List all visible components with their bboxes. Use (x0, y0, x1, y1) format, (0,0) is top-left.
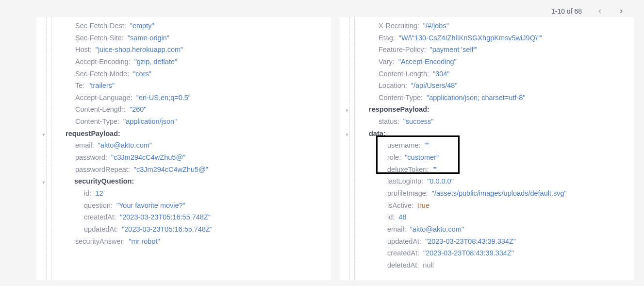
kv-key: Sec-Fetch-Site: (75, 32, 124, 44)
kv-key: email: (75, 139, 94, 151)
kv-val: "2023-03-23T05:16:55.748Z" (120, 211, 211, 223)
kv-val: "akto@akto.com" (410, 223, 464, 236)
kv-key: lastLoginIp: (387, 175, 423, 187)
kv-val: "304" (433, 68, 450, 80)
kv-val: "success" (403, 116, 434, 128)
response-panel: X-Recruiting:"/#/jobs" Etag:"W/\"130-CsZ… (340, 17, 634, 280)
kv-key: deluxeToken: (387, 164, 429, 176)
kv-val: "2023-03-23T08:43:39.334Z" (425, 236, 516, 248)
kv-key: Host: (75, 44, 92, 56)
kv-key: email: (387, 223, 406, 236)
kv-key: Location: (379, 80, 407, 92)
kv-key: updatedAt: (84, 223, 118, 236)
chevron-left-icon[interactable]: ‹ (596, 4, 603, 18)
request-panel: Sec-Fetch-Dest:"empty" Sec-Fetch-Site:"s… (36, 17, 331, 280)
kv-key: Sec-Fetch-Mode: (75, 68, 129, 80)
kv-val: "2023-03-23T05:16:55.748Z" (122, 223, 213, 236)
kv-val: "gzip, deflate" (134, 56, 178, 68)
kv-key: isActive: (387, 200, 413, 212)
kv-key: Sec-Fetch-Dest: (75, 20, 126, 32)
kv-val: 12 (95, 187, 103, 200)
kv-key: status: (379, 116, 399, 128)
kv-key: role: (387, 151, 401, 164)
kv-val: "application/json" (123, 116, 177, 128)
kv-val: "empty" (130, 20, 154, 32)
kv-val: null (423, 259, 434, 271)
kv-val: "c3Jm294cC4wZhu5@" (134, 164, 208, 176)
data-section[interactable]: ▾ data: (359, 128, 625, 140)
section-label: responsePayload: (369, 103, 429, 116)
kv-key: Content-Type: (379, 92, 423, 104)
kv-val: "payment 'self'" (430, 44, 478, 56)
kv-key: updatedAt: (387, 236, 421, 248)
chevron-down-icon: ▾ (346, 130, 348, 139)
kv-val: "W/\"130-CsZ4IZhlIKnSGXhgpKmsv5wiJ9Q\"" (399, 32, 542, 44)
chevron-down-icon: ▾ (42, 130, 45, 139)
kv-val: "en-US,en;q=0.5" (136, 92, 191, 104)
kv-val: "cors" (133, 68, 151, 80)
response-tree: X-Recruiting:"/#/jobs" Etag:"W/\"130-CsZ… (359, 20, 625, 271)
kv-key: deletedAt: (387, 259, 419, 271)
kv-val: "260" (130, 103, 147, 116)
kv-val: "juice-shop.herokuapp.com" (96, 44, 183, 56)
kv-val: "akto@akto.com" (98, 139, 152, 151)
section-label: securityQuestion: (74, 175, 134, 187)
kv-key: Accept-Encoding: (75, 56, 131, 68)
kv-val: "/api/Users/48" (411, 80, 458, 92)
kv-val: "" (432, 164, 437, 176)
kv-key: Content-Length: (75, 103, 126, 116)
kv-key: id: (84, 187, 91, 200)
section-label: data: (369, 128, 386, 140)
kv-val: "application/json; charset=utf-8" (427, 92, 525, 104)
kv-val: "Accept-Encoding" (398, 56, 457, 68)
kv-val: "same-origin" (128, 32, 169, 44)
response-payload-section[interactable]: ▾ responsePayload: (359, 103, 625, 116)
kv-key: profileImage: (387, 187, 428, 200)
chevron-down-icon: ▾ (42, 178, 45, 187)
kv-key: Etag: (379, 32, 395, 44)
kv-key: X-Recruiting: (379, 20, 419, 32)
kv-val: "customer" (405, 151, 439, 164)
kv-val: "c3Jm294cC4wZhu5@" (111, 151, 185, 164)
kv-key: createdAt: (84, 211, 116, 223)
kv-val: "mr robot" (129, 236, 160, 248)
kv-key: id: (387, 211, 395, 223)
kv-val: "0.0.0.0" (427, 175, 454, 187)
kv-key: Vary: (379, 56, 395, 68)
kv-key: password: (75, 151, 107, 164)
kv-key: createdAt: (387, 247, 419, 259)
kv-val: 48 (398, 211, 406, 223)
kv-val: "/assets/public/images/uploads/default.s… (432, 187, 567, 200)
section-label: requestPayload: (66, 128, 120, 140)
kv-key: Content-Length: (379, 68, 429, 80)
kv-key: Te: (75, 80, 84, 92)
panels-container: Sec-Fetch-Dest:"empty" Sec-Fetch-Site:"s… (36, 17, 634, 280)
kv-val: true (417, 200, 429, 212)
kv-key: username: (387, 139, 421, 151)
kv-key: Content-Type: (75, 116, 119, 128)
kv-val: "2023-03-23T08:43:39.334Z" (423, 247, 514, 259)
kv-key: Feature-Policy: (379, 44, 426, 56)
chevron-down-icon: ▾ (346, 106, 348, 115)
kv-key: passwordRepeat: (75, 164, 130, 176)
kv-val: "/#/jobs" (423, 20, 449, 32)
kv-key: securityAnswer: (75, 236, 125, 248)
kv-val: "" (425, 139, 429, 151)
pagination-text: 1-10 of 68 (551, 7, 582, 15)
security-question-section[interactable]: ▾ securityQuestion: (56, 175, 321, 187)
request-payload-section[interactable]: ▾ requestPayload: (56, 128, 321, 140)
request-tree: Sec-Fetch-Dest:"empty" Sec-Fetch-Site:"s… (56, 20, 321, 247)
pagination: 1-10 of 68 ‹ › (551, 4, 625, 18)
chevron-right-icon[interactable]: › (618, 4, 625, 18)
kv-val: "trailers" (88, 80, 115, 92)
kv-val: "Your favorite movie?" (116, 200, 185, 212)
kv-key: question: (84, 200, 113, 212)
kv-key: Accept-Language: (75, 92, 132, 104)
